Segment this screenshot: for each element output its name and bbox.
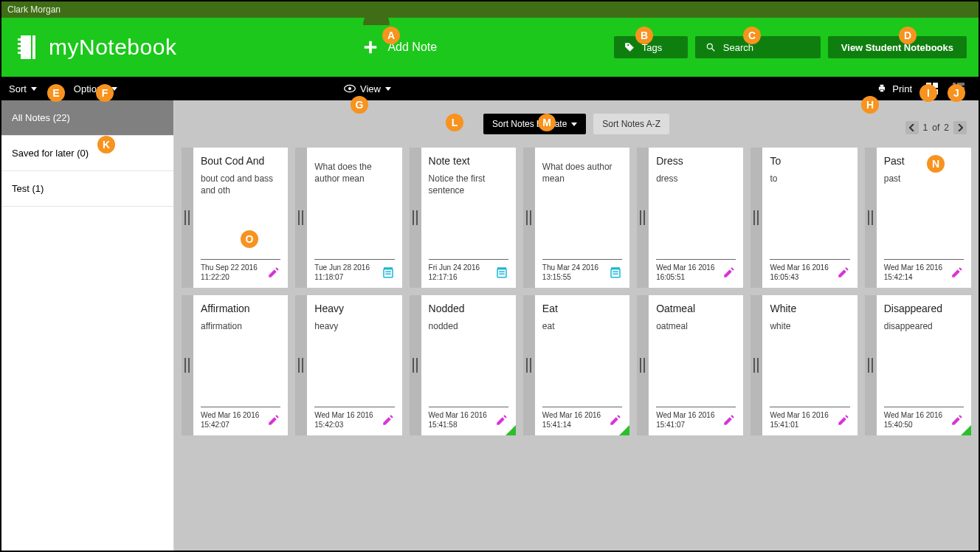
- note-card[interactable]: What does the author meanTue Jun 28 2016…: [295, 148, 401, 288]
- tag-icon: [624, 42, 635, 52]
- drag-handle-icon[interactable]: [295, 148, 307, 288]
- view-student-notebooks-button[interactable]: View Student Notebooks: [828, 36, 967, 58]
- note-card[interactable]: OatmealoatmealWed Mar 16 201615:41:07: [637, 295, 743, 435]
- pager-next[interactable]: [953, 121, 967, 134]
- document-icon: [382, 266, 395, 279]
- svg-rect-15: [926, 89, 931, 94]
- note-snippet: dress: [656, 173, 736, 184]
- svg-point-6: [707, 44, 712, 49]
- divider: [542, 259, 622, 260]
- svg-rect-27: [384, 269, 393, 277]
- note-card[interactable]: WhitewhiteWed Mar 16 201615:41:01: [750, 295, 857, 435]
- pager-of: of: [932, 123, 939, 133]
- svg-rect-14: [933, 83, 938, 88]
- view-dropdown[interactable]: View: [344, 83, 391, 94]
- sidebar-item-1[interactable]: Saved for later (0): [1, 136, 173, 171]
- svg-rect-21: [953, 92, 956, 94]
- tags-button[interactable]: Tags: [614, 36, 688, 58]
- note-snippet: bout cod and bass and oth: [201, 173, 280, 196]
- drag-handle-icon[interactable]: [750, 148, 762, 288]
- svg-rect-19: [953, 87, 956, 90]
- chevron-right-icon: [957, 124, 963, 131]
- print-label: Print: [892, 83, 912, 94]
- drag-handle-icon[interactable]: [410, 148, 421, 288]
- note-snippet: nodded: [429, 320, 508, 332]
- note-card[interactable]: DressdressWed Mar 16 201616:05:51: [637, 148, 743, 288]
- add-note-button[interactable]: Add Note: [362, 39, 437, 55]
- svg-rect-53: [413, 358, 414, 373]
- corner-flag-icon: [619, 425, 629, 435]
- document-icon: [609, 266, 622, 279]
- pager-prev[interactable]: [905, 121, 919, 134]
- drag-handle-icon[interactable]: [523, 148, 535, 288]
- note-timestamp: Wed Mar 16 201615:41:01: [770, 410, 828, 429]
- svg-rect-55: [526, 358, 528, 373]
- note-card[interactable]: Note textNotice the first sentenceFri Ju…: [410, 148, 516, 288]
- svg-rect-49: [184, 358, 186, 373]
- svg-rect-1: [18, 38, 22, 41]
- svg-rect-23: [184, 210, 186, 225]
- note-timestamp: Tue Jun 28 201611:18:07: [314, 263, 370, 282]
- divider: [429, 407, 508, 407]
- search-button[interactable]: Search: [695, 36, 821, 58]
- note-card[interactable]: HeavyheavyWed Mar 16 201615:42:03: [295, 295, 401, 435]
- divider: [656, 259, 736, 260]
- divider: [429, 259, 508, 260]
- svg-rect-20: [957, 87, 965, 90]
- note-title: Past: [884, 155, 964, 167]
- drag-handle-icon[interactable]: [182, 295, 193, 435]
- svg-rect-33: [497, 269, 506, 277]
- note-timestamp: Thu Sep 22 201611:22:20: [201, 263, 258, 282]
- pencil-icon: [267, 266, 280, 279]
- options-dropdown[interactable]: Options: [74, 83, 117, 94]
- drag-handle-icon[interactable]: [523, 295, 535, 435]
- svg-rect-17: [953, 83, 956, 86]
- drag-handle-icon[interactable]: [865, 295, 877, 435]
- note-title: To: [770, 155, 849, 167]
- drag-handle-icon[interactable]: [865, 148, 877, 288]
- note-card[interactable]: TotoWed Mar 16 201616:05:43: [750, 148, 857, 288]
- corner-flag-icon: [961, 425, 971, 435]
- userbar-notch: [363, 10, 390, 25]
- drag-handle-icon[interactable]: [295, 295, 307, 435]
- svg-rect-0: [21, 35, 35, 59]
- pencil-icon: [950, 266, 964, 279]
- sort-dropdown[interactable]: Sort: [9, 83, 37, 94]
- grid-view-icon[interactable]: [925, 82, 939, 95]
- note-card[interactable]: What does author meanThu Mar 24 201613:1…: [523, 148, 629, 288]
- note-card[interactable]: DisappeareddisappearedWed Mar 16 201615:…: [865, 295, 971, 435]
- note-card[interactable]: AffirmationaffirmationWed Mar 16 201615:…: [182, 295, 288, 435]
- drag-handle-icon[interactable]: [750, 295, 762, 435]
- note-title: White: [770, 303, 849, 314]
- print-button[interactable]: Print: [876, 83, 912, 94]
- note-card[interactable]: PastpastWed Mar 16 201615:42:14: [865, 148, 971, 288]
- divider: [884, 407, 964, 407]
- drag-handle-icon[interactable]: [182, 148, 193, 288]
- sidebar-item-0[interactable]: All Notes (22): [1, 100, 173, 136]
- sidebar-item-2[interactable]: Test (1): [1, 171, 173, 207]
- pencil-icon: [837, 413, 850, 427]
- sort-a-z-label: Sort Notes A-Z: [602, 119, 660, 129]
- view-label: View: [360, 83, 381, 94]
- drag-handle-icon[interactable]: [637, 295, 649, 435]
- svg-point-9: [348, 87, 351, 90]
- svg-rect-59: [753, 358, 755, 373]
- svg-line-7: [712, 49, 715, 52]
- svg-rect-62: [872, 358, 873, 373]
- chevron-down-icon: [31, 87, 37, 91]
- note-title: Affirmation: [201, 303, 280, 314]
- drag-handle-icon[interactable]: [410, 295, 421, 435]
- sort-by-date-button[interactable]: Sort Notes by Date: [483, 114, 586, 134]
- drag-handle-icon[interactable]: [637, 148, 649, 288]
- note-timestamp: Wed Mar 16 201615:42:07: [201, 410, 259, 429]
- note-card[interactable]: Bout Cod Andbout cod and bass and othThu…: [182, 148, 288, 288]
- svg-rect-44: [643, 210, 645, 225]
- note-timestamp: Wed Mar 16 201615:42:14: [884, 263, 942, 282]
- note-snippet: white: [770, 320, 849, 332]
- user-bar: Clark Morgan: [1, 1, 979, 18]
- list-view-icon[interactable]: [952, 82, 965, 95]
- note-card[interactable]: EateatWed Mar 16 201615:41:14: [523, 295, 629, 435]
- svg-rect-56: [530, 358, 531, 373]
- note-card[interactable]: NoddednoddedWed Mar 16 201615:41:58: [410, 295, 516, 435]
- sort-a-z-button[interactable]: Sort Notes A-Z: [593, 114, 669, 134]
